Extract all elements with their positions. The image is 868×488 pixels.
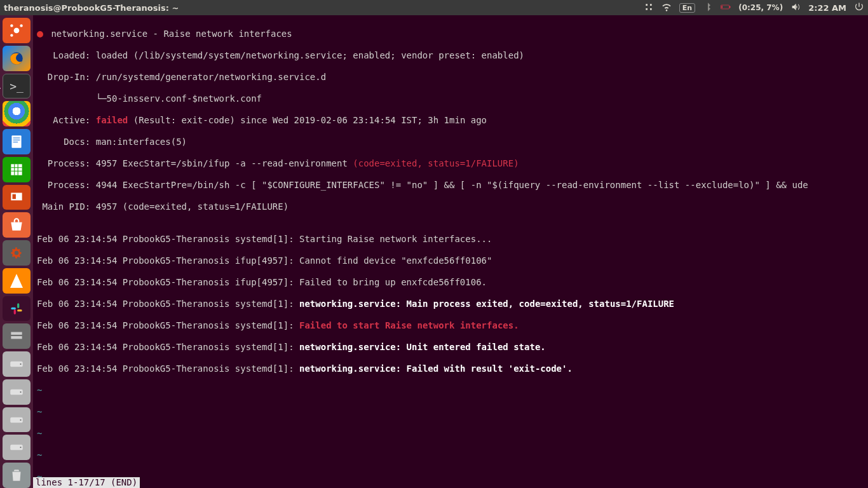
- term-line: networking.service - Raise network inter…: [37, 29, 864, 39]
- drive4-icon[interactable]: [3, 435, 31, 460]
- svg-point-24: [20, 391, 21, 393]
- svg-point-28: [20, 447, 21, 448]
- svg-rect-11: [13, 142, 18, 142]
- term-line: Feb 06 23:14:54 ProbookG5-Theranosis sys…: [37, 320, 864, 331]
- term-line: Process: 4944 ExecStartPre=/bin/sh -c [ …: [37, 180, 864, 191]
- svg-rect-10: [13, 140, 20, 140]
- svg-rect-20: [11, 336, 22, 339]
- term-line: Feb 06 23:14:54 ProbookG5-Theranosis sys…: [37, 342, 864, 353]
- slack-icon[interactable]: [3, 296, 31, 322]
- dash-icon[interactable]: [3, 18, 31, 43]
- term-line: Feb 06 23:14:54 ProbookG5-Theranosis sys…: [37, 299, 864, 309]
- svg-point-3: [14, 28, 20, 34]
- svg-point-4: [10, 24, 13, 27]
- term-line: Docs: man:interfaces(5): [37, 137, 864, 147]
- svg-rect-15: [11, 307, 16, 309]
- battery-text: (0:25, 7%): [738, 3, 783, 12]
- window-title: theranosis@ProbookG5-Theranosis: ~: [4, 3, 179, 13]
- volume-icon[interactable]: [790, 2, 801, 14]
- calc-icon[interactable]: [3, 157, 31, 182]
- term-line: Feb 06 23:14:54 ProbookG5-Theranosis sys…: [37, 363, 864, 374]
- svg-point-22: [20, 363, 21, 365]
- term-tilde: ~: [37, 471, 864, 482]
- impress-icon[interactable]: [3, 185, 31, 210]
- term-line: Process: 4957 ExecStart=/sbin/ifup -a --…: [37, 158, 864, 169]
- term-tilde: ~: [37, 450, 864, 461]
- term-line: Drop-In: /run/systemd/generator/networki…: [37, 72, 864, 83]
- wifi-icon[interactable]: [661, 2, 672, 14]
- term-line: Main PID: 4957 (code=exited, status=1/FA…: [37, 201, 864, 212]
- pager-status: lines 1-17/17 (END): [33, 477, 140, 488]
- clock[interactable]: 2:22 AM: [808, 3, 846, 13]
- firefox-icon[interactable]: [3, 46, 31, 71]
- files-icon[interactable]: [3, 323, 31, 349]
- language-indicator[interactable]: En: [679, 3, 695, 13]
- svg-point-26: [20, 419, 21, 420]
- term-tilde: ~: [37, 385, 864, 396]
- terminal-icon[interactable]: >_: [3, 74, 31, 99]
- svg-rect-12: [11, 164, 22, 175]
- battery-icon[interactable]: [721, 2, 731, 14]
- svg-rect-18: [14, 309, 16, 315]
- svg-point-5: [20, 24, 22, 27]
- svg-rect-17: [17, 309, 22, 311]
- svg-point-6: [10, 34, 13, 36]
- vlc-icon[interactable]: [3, 268, 31, 294]
- drive3-icon[interactable]: [3, 407, 31, 433]
- svg-rect-1: [729, 6, 731, 8]
- power-icon[interactable]: [854, 2, 864, 14]
- menubar: theranosis@ProbookG5-Theranosis: ~ En (0…: [0, 0, 868, 15]
- unity-launcher: >_: [0, 15, 33, 488]
- drive-icon[interactable]: [3, 351, 31, 377]
- term-line: └─50-insserv.conf-$network.conf: [37, 93, 864, 104]
- slack-indicator-icon[interactable]: [644, 2, 654, 14]
- term-line: Feb 06 23:14:54 ProbookG5-Theranosis ifu…: [37, 277, 864, 288]
- writer-icon[interactable]: [3, 129, 31, 154]
- svg-rect-16: [17, 303, 19, 308]
- chrome-icon[interactable]: [3, 101, 31, 126]
- term-line: Active: failed (Result: exit-code) since…: [37, 115, 864, 126]
- svg-rect-2: [722, 6, 723, 8]
- svg-rect-19: [11, 332, 22, 335]
- settings-icon[interactable]: [3, 240, 31, 266]
- trash-icon[interactable]: [3, 463, 31, 488]
- term-line: Feb 06 23:14:54 ProbookG5-Theranosis sys…: [37, 234, 864, 245]
- terminal-viewport[interactable]: networking.service - Raise network inter…: [33, 15, 868, 488]
- term-tilde: ~: [37, 407, 864, 417]
- term-tilde: ~: [37, 428, 864, 439]
- software-icon[interactable]: [3, 212, 31, 238]
- svg-rect-14: [13, 194, 16, 199]
- term-line: Feb 06 23:14:54 ProbookG5-Theranosis ifu…: [37, 255, 864, 266]
- term-line: Loaded: loaded (/lib/systemd/system/netw…: [37, 50, 864, 61]
- svg-rect-9: [13, 138, 20, 139]
- drive2-icon[interactable]: [3, 379, 31, 405]
- bluetooth-icon[interactable]: [703, 2, 713, 14]
